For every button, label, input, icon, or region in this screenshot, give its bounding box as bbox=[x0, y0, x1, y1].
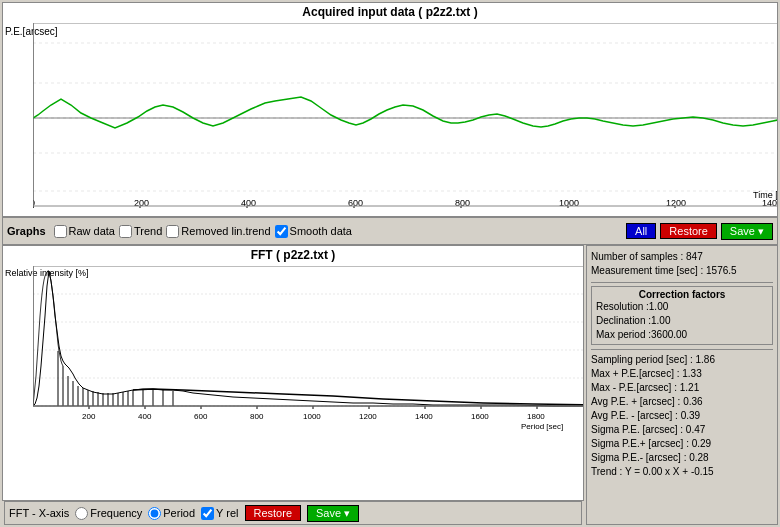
removed-lin-trend-label: Removed lin.trend bbox=[181, 225, 270, 237]
fft-xaxis-label: FFT - X-axis bbox=[9, 507, 69, 519]
svg-text:800: 800 bbox=[250, 412, 264, 421]
num-samples: Number of samples : 847 bbox=[591, 250, 773, 264]
declination: Declination :1.00 bbox=[596, 314, 768, 328]
period-radio[interactable] bbox=[148, 507, 161, 520]
raw-data-checkbox-group[interactable]: Raw data bbox=[54, 225, 115, 238]
top-chart-title: Acquired input data ( p2z2.txt ) bbox=[3, 3, 777, 21]
frequency-label: Frequency bbox=[90, 507, 142, 519]
right-panel: Number of samples : 847 Measurement time… bbox=[586, 245, 778, 525]
sigma-pe-plus: Sigma P.E.+ [arcsec] : 0.29 bbox=[591, 437, 773, 451]
sigma-pe-minus: Sigma P.E.- [arcsec] : 0.28 bbox=[591, 451, 773, 465]
smooth-data-checkbox-group[interactable]: Smooth data bbox=[275, 225, 352, 238]
num-samples-section: Number of samples : 847 Measurement time… bbox=[591, 250, 773, 278]
graphs-label: Graphs bbox=[7, 225, 46, 237]
svg-text:Time [sec]: Time [sec] bbox=[753, 190, 777, 200]
sampling-period: Sampling period [sec] : 1.86 bbox=[591, 353, 773, 367]
divider-1 bbox=[591, 282, 773, 283]
avg-pe-plus: Avg P.E. + [arcsec] : 0.36 bbox=[591, 395, 773, 409]
trend-value: Trend : Y = 0.00 x X + -0.15 bbox=[591, 465, 773, 479]
sigma-pe: Sigma P.E. [arcsec] : 0.47 bbox=[591, 423, 773, 437]
stats-section: Sampling period [sec] : 1.86 Max + P.E.[… bbox=[591, 353, 773, 479]
svg-text:600: 600 bbox=[194, 412, 208, 421]
period-radio-group[interactable]: Period bbox=[148, 507, 195, 520]
svg-text:Period [sec]: Period [sec] bbox=[521, 422, 563, 431]
top-chart-canvas: P.E.[arcsec] 2.0 0.0 -2.0 bbox=[3, 21, 777, 211]
fft-save-button[interactable]: Save ▾ bbox=[307, 505, 359, 522]
save-button[interactable]: Save ▾ bbox=[721, 223, 773, 240]
fft-chart-svg: 100 80 60 40 20 0 bbox=[33, 266, 583, 441]
all-button[interactable]: All bbox=[626, 223, 656, 239]
top-chart-svg: 2.0 0.0 -2.0 0 200 400 600 800 1000 bbox=[33, 23, 777, 208]
xaxis-toolbar: FFT - X-axis Frequency Period Y rel Rest… bbox=[4, 501, 582, 525]
correction-factors-box: Correction factors Resolution :1.00 Decl… bbox=[591, 286, 773, 345]
raw-data-checkbox[interactable] bbox=[54, 225, 67, 238]
trend-checkbox[interactable] bbox=[119, 225, 132, 238]
divider-2 bbox=[591, 349, 773, 350]
svg-rect-26 bbox=[33, 23, 777, 206]
svg-text:1400: 1400 bbox=[415, 412, 433, 421]
svg-text:1600: 1600 bbox=[471, 412, 489, 421]
frequency-radio-group[interactable]: Frequency bbox=[75, 507, 142, 520]
max-pe-minus: Max - P.E.[arcsec] : 1.21 bbox=[591, 381, 773, 395]
period-label: Period bbox=[163, 507, 195, 519]
max-period: Max period :3600.00 bbox=[596, 328, 768, 342]
resolution: Resolution :1.00 bbox=[596, 300, 768, 314]
removed-lin-trend-checkbox-group[interactable]: Removed lin.trend bbox=[166, 225, 270, 238]
fft-restore-button[interactable]: Restore bbox=[245, 505, 302, 521]
trend-checkbox-group[interactable]: Trend bbox=[119, 225, 162, 238]
correction-title: Correction factors bbox=[596, 289, 768, 300]
avg-pe-minus: Avg P.E. - [arcsec] : 0.39 bbox=[591, 409, 773, 423]
svg-text:400: 400 bbox=[138, 412, 152, 421]
restore-button[interactable]: Restore bbox=[660, 223, 717, 239]
fft-chart-title: FFT ( p2z2.txt ) bbox=[3, 246, 583, 264]
yrel-checkbox-group[interactable]: Y rel bbox=[201, 507, 238, 520]
smooth-data-checkbox[interactable] bbox=[275, 225, 288, 238]
yrel-label: Y rel bbox=[216, 507, 238, 519]
graphs-toolbar: Graphs Raw data Trend Removed lin.trend … bbox=[2, 217, 778, 245]
trend-label: Trend bbox=[134, 225, 162, 237]
smooth-data-label: Smooth data bbox=[290, 225, 352, 237]
yrel-checkbox[interactable] bbox=[201, 507, 214, 520]
max-pe-plus: Max + P.E.[arcsec] : 1.33 bbox=[591, 367, 773, 381]
fft-chart-canvas: Relative intensity [%] 100 80 60 40 bbox=[3, 264, 583, 500]
raw-data-label: Raw data bbox=[69, 225, 115, 237]
frequency-radio[interactable] bbox=[75, 507, 88, 520]
measurement-time: Measurement time [sec] : 1576.5 bbox=[591, 264, 773, 278]
svg-text:200: 200 bbox=[82, 412, 96, 421]
svg-text:1800: 1800 bbox=[527, 412, 545, 421]
svg-text:1200: 1200 bbox=[359, 412, 377, 421]
removed-lin-trend-checkbox[interactable] bbox=[166, 225, 179, 238]
svg-rect-81 bbox=[33, 266, 583, 406]
svg-text:1000: 1000 bbox=[303, 412, 321, 421]
